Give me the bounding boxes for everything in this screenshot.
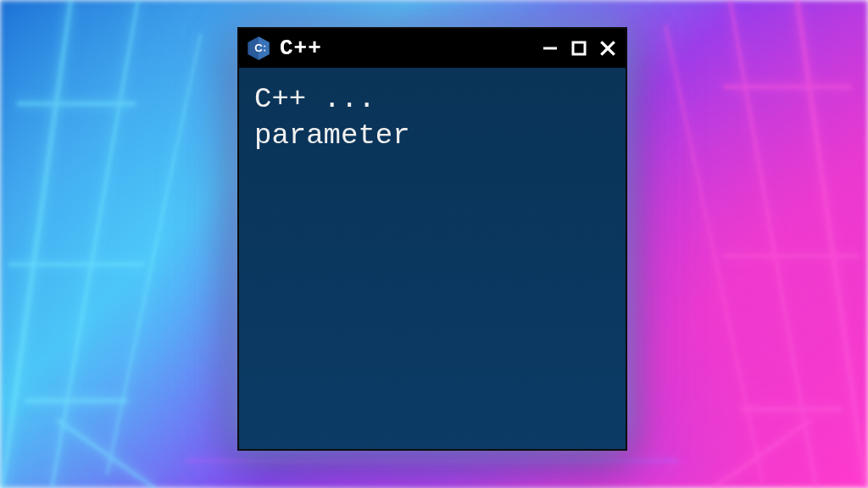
minimize-button[interactable] <box>541 39 559 58</box>
close-button[interactable] <box>598 39 617 58</box>
terminal-text: C++ ... parameter <box>254 83 410 152</box>
window-titlebar[interactable]: C + + C++ <box>239 29 626 68</box>
svg-text:C: C <box>254 42 263 54</box>
svg-rect-6 <box>573 42 585 54</box>
window-title: C++ <box>280 36 532 61</box>
cpp-hex-icon: C + + <box>246 36 271 61</box>
window-controls <box>541 39 617 58</box>
maximize-button[interactable] <box>570 39 588 58</box>
terminal-content[interactable]: C++ ... parameter <box>239 68 626 449</box>
terminal-window: C + + C++ C++ ... parameter <box>237 27 627 451</box>
svg-text:+: + <box>264 48 266 53</box>
svg-text:+: + <box>264 44 266 48</box>
